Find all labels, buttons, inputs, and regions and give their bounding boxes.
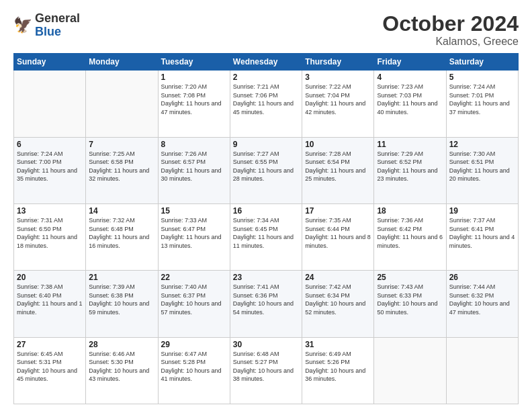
logo-icon: 🦅	[13, 16, 32, 35]
calendar-cell: 24Sunrise: 7:42 AM Sunset: 6:34 PM Dayli…	[302, 271, 374, 337]
day-info: Sunrise: 7:26 AM Sunset: 6:57 PM Dayligh…	[161, 150, 227, 183]
calendar-cell: 22Sunrise: 7:40 AM Sunset: 6:37 PM Dayli…	[158, 271, 230, 337]
day-number: 4	[377, 73, 443, 82]
day-number: 16	[233, 206, 299, 216]
day-info: Sunrise: 7:28 AM Sunset: 6:54 PM Dayligh…	[305, 150, 371, 183]
calendar-cell: 3Sunrise: 7:22 AM Sunset: 7:04 PM Daylig…	[302, 71, 374, 137]
day-info: Sunrise: 7:32 AM Sunset: 6:48 PM Dayligh…	[89, 216, 154, 250]
day-number: 19	[449, 206, 515, 216]
header-friday: Friday	[374, 54, 446, 71]
day-number: 6	[17, 140, 83, 149]
calendar-cell: 6Sunrise: 7:24 AM Sunset: 7:00 PM Daylig…	[14, 137, 86, 203]
day-number: 10	[305, 140, 371, 149]
day-number: 29	[161, 340, 227, 349]
day-info: Sunrise: 7:39 AM Sunset: 6:38 PM Dayligh…	[89, 283, 154, 316]
day-info: Sunrise: 7:22 AM Sunset: 7:04 PM Dayligh…	[305, 83, 371, 116]
day-number: 15	[161, 206, 227, 216]
weekday-header-row: Sunday Monday Tuesday Wednesday Thursday…	[14, 54, 519, 71]
day-number: 26	[449, 273, 515, 282]
header-saturday: Saturday	[446, 54, 518, 71]
day-info: Sunrise: 7:35 AM Sunset: 6:44 PM Dayligh…	[305, 216, 371, 250]
calendar-table: Sunday Monday Tuesday Wednesday Thursday…	[13, 53, 519, 404]
calendar-cell: 30Sunrise: 6:48 AM Sunset: 5:27 PM Dayli…	[230, 337, 302, 404]
header-thursday: Thursday	[302, 54, 374, 71]
calendar-week-row: 1Sunrise: 7:20 AM Sunset: 7:08 PM Daylig…	[14, 71, 519, 137]
day-info: Sunrise: 7:37 AM Sunset: 6:41 PM Dayligh…	[449, 216, 515, 250]
header-tuesday: Tuesday	[158, 54, 230, 71]
calendar-week-row: 27Sunrise: 6:45 AM Sunset: 5:31 PM Dayli…	[14, 337, 519, 404]
calendar-cell: 17Sunrise: 7:35 AM Sunset: 6:44 PM Dayli…	[302, 203, 374, 270]
location-title: Kalamos, Greece	[382, 36, 519, 48]
logo: 🦅 General Blue	[13, 12, 80, 39]
day-number: 31	[305, 340, 371, 349]
calendar-cell: 8Sunrise: 7:26 AM Sunset: 6:57 PM Daylig…	[158, 137, 230, 203]
calendar-cell: 21Sunrise: 7:39 AM Sunset: 6:38 PM Dayli…	[86, 271, 158, 337]
day-info: Sunrise: 6:45 AM Sunset: 5:31 PM Dayligh…	[17, 350, 83, 383]
calendar-cell	[374, 337, 446, 404]
day-info: Sunrise: 7:23 AM Sunset: 7:03 PM Dayligh…	[377, 83, 443, 116]
calendar-cell	[86, 71, 158, 137]
header: 🦅 General Blue October 2024 Kalamos, Gre…	[13, 12, 519, 48]
day-number: 14	[89, 206, 154, 216]
calendar-cell: 15Sunrise: 7:33 AM Sunset: 6:47 PM Dayli…	[158, 203, 230, 270]
calendar-cell: 10Sunrise: 7:28 AM Sunset: 6:54 PM Dayli…	[302, 137, 374, 203]
day-number: 1	[161, 73, 227, 82]
day-number: 22	[161, 273, 227, 282]
day-info: Sunrise: 7:21 AM Sunset: 7:06 PM Dayligh…	[233, 83, 299, 116]
calendar-cell: 18Sunrise: 7:36 AM Sunset: 6:42 PM Dayli…	[374, 203, 446, 270]
calendar-cell: 9Sunrise: 7:27 AM Sunset: 6:55 PM Daylig…	[230, 137, 302, 203]
day-number: 18	[377, 206, 443, 216]
calendar-cell: 16Sunrise: 7:34 AM Sunset: 6:45 PM Dayli…	[230, 203, 302, 270]
calendar-cell: 28Sunrise: 6:46 AM Sunset: 5:30 PM Dayli…	[86, 337, 158, 404]
day-number: 20	[17, 273, 83, 282]
calendar-cell: 19Sunrise: 7:37 AM Sunset: 6:41 PM Dayli…	[446, 203, 518, 270]
day-number: 27	[17, 340, 83, 349]
calendar-cell: 31Sunrise: 6:49 AM Sunset: 5:26 PM Dayli…	[302, 337, 374, 404]
day-info: Sunrise: 7:43 AM Sunset: 6:33 PM Dayligh…	[377, 283, 443, 316]
day-info: Sunrise: 6:46 AM Sunset: 5:30 PM Dayligh…	[89, 350, 154, 383]
day-info: Sunrise: 7:44 AM Sunset: 6:32 PM Dayligh…	[449, 283, 515, 316]
day-number: 2	[233, 73, 299, 82]
day-info: Sunrise: 7:40 AM Sunset: 6:37 PM Dayligh…	[161, 283, 227, 316]
logo-text: General Blue	[35, 12, 80, 39]
calendar-cell: 5Sunrise: 7:24 AM Sunset: 7:01 PM Daylig…	[446, 71, 518, 137]
day-number: 25	[377, 273, 443, 282]
calendar-cell: 14Sunrise: 7:32 AM Sunset: 6:48 PM Dayli…	[86, 203, 158, 270]
day-info: Sunrise: 6:49 AM Sunset: 5:26 PM Dayligh…	[305, 350, 371, 383]
calendar-cell	[446, 337, 518, 404]
day-info: Sunrise: 7:27 AM Sunset: 6:55 PM Dayligh…	[233, 150, 299, 183]
header-wednesday: Wednesday	[230, 54, 302, 71]
calendar-page: 🦅 General Blue October 2024 Kalamos, Gre…	[0, 0, 532, 411]
month-title: October 2024	[382, 12, 519, 36]
calendar-cell: 1Sunrise: 7:20 AM Sunset: 7:08 PM Daylig…	[158, 71, 230, 137]
day-number: 13	[17, 206, 83, 216]
day-info: Sunrise: 6:47 AM Sunset: 5:28 PM Dayligh…	[161, 350, 227, 383]
day-info: Sunrise: 7:38 AM Sunset: 6:40 PM Dayligh…	[17, 283, 83, 316]
day-number: 12	[449, 140, 515, 149]
calendar-week-row: 20Sunrise: 7:38 AM Sunset: 6:40 PM Dayli…	[14, 271, 519, 337]
day-info: Sunrise: 7:24 AM Sunset: 7:01 PM Dayligh…	[449, 83, 515, 116]
calendar-cell: 12Sunrise: 7:30 AM Sunset: 6:51 PM Dayli…	[446, 137, 518, 203]
day-number: 30	[233, 340, 299, 349]
day-number: 21	[89, 273, 154, 282]
day-number: 9	[233, 140, 299, 149]
day-info: Sunrise: 7:29 AM Sunset: 6:52 PM Dayligh…	[377, 150, 443, 183]
calendar-week-row: 6Sunrise: 7:24 AM Sunset: 7:00 PM Daylig…	[14, 137, 519, 203]
day-info: Sunrise: 7:20 AM Sunset: 7:08 PM Dayligh…	[161, 83, 227, 116]
day-number: 28	[89, 340, 154, 349]
calendar-cell: 11Sunrise: 7:29 AM Sunset: 6:52 PM Dayli…	[374, 137, 446, 203]
calendar-week-row: 13Sunrise: 7:31 AM Sunset: 6:50 PM Dayli…	[14, 203, 519, 270]
calendar-cell: 7Sunrise: 7:25 AM Sunset: 6:58 PM Daylig…	[86, 137, 158, 203]
day-info: Sunrise: 7:24 AM Sunset: 7:00 PM Dayligh…	[17, 150, 83, 183]
day-info: Sunrise: 6:48 AM Sunset: 5:27 PM Dayligh…	[233, 350, 299, 383]
calendar-cell	[14, 71, 86, 137]
day-info: Sunrise: 7:25 AM Sunset: 6:58 PM Dayligh…	[89, 150, 154, 183]
calendar-cell: 2Sunrise: 7:21 AM Sunset: 7:06 PM Daylig…	[230, 71, 302, 137]
day-number: 8	[161, 140, 227, 149]
day-info: Sunrise: 7:30 AM Sunset: 6:51 PM Dayligh…	[449, 150, 515, 183]
day-info: Sunrise: 7:36 AM Sunset: 6:42 PM Dayligh…	[377, 216, 443, 250]
day-number: 11	[377, 140, 443, 149]
title-block: October 2024 Kalamos, Greece	[382, 12, 519, 48]
day-number: 7	[89, 140, 154, 149]
calendar-cell: 13Sunrise: 7:31 AM Sunset: 6:50 PM Dayli…	[14, 203, 86, 270]
